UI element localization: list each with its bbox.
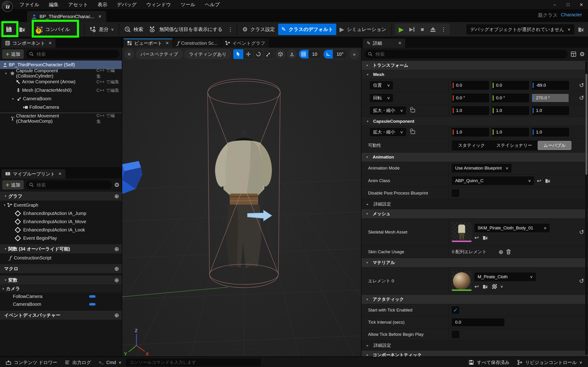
grid-snap-icon[interactable]: [299, 50, 309, 58]
scale-z-field[interactable]: 1.0: [532, 106, 569, 115]
event-row-jump[interactable]: EnhancedInputAction IA_Jump: [0, 209, 122, 217]
actor-tick-advanced-row[interactable]: ▸ 詳細設定: [362, 340, 588, 350]
add-variable-icon[interactable]: ⊕: [114, 277, 119, 283]
add-component-button[interactable]: + 追加: [2, 50, 24, 59]
viewport-options-menu-button[interactable]: ≡: [124, 50, 134, 59]
menu-edit[interactable]: 編集: [44, 0, 63, 9]
simulation-button[interactable]: ▶ シミュレーション: [336, 24, 389, 35]
materials-section-header[interactable]: ▾ マテリアル: [362, 258, 588, 267]
tree-row-charmovement[interactable]: Character Movement (CharMoveComp) C++ で編…: [0, 114, 122, 123]
animation-mode-dropdown[interactable]: Use Animation Blueprint ∨: [452, 164, 511, 173]
capsule-scale-z-field[interactable]: 1.0: [532, 128, 569, 136]
details-search[interactable]: [365, 50, 567, 58]
viewport-more-button[interactable]: »: [350, 50, 359, 59]
add-function-icon[interactable]: ⊕: [114, 246, 119, 252]
components-search[interactable]: [26, 50, 120, 58]
add-array-element-icon[interactable]: ⊕: [499, 249, 503, 255]
cmd-dropdown[interactable]: >_ Cmd ∨: [95, 357, 124, 367]
scale-dropdown[interactable]: 拡大・縮小 ∨: [370, 106, 406, 115]
eventgraph-row[interactable]: ▾ EventGraph: [0, 201, 122, 209]
stop-button[interactable]: ■: [417, 24, 428, 35]
angle-snap-value[interactable]: 10°: [333, 50, 347, 58]
angle-snap-icon[interactable]: [324, 50, 333, 58]
material-thumbnail[interactable]: [452, 271, 472, 291]
menu-help[interactable]: ヘルプ: [200, 0, 225, 9]
location-x-field[interactable]: 0.0: [452, 81, 489, 90]
scale-tool-button[interactable]: [263, 49, 273, 59]
asset-tab-close-icon[interactable]: ✕: [98, 14, 102, 19]
tab-myblueprint[interactable]: マイブループリント ✕: [1, 169, 65, 178]
tab-eventgraph[interactable]: イベントグラフ: [222, 39, 269, 48]
grid-snap-value[interactable]: 10: [309, 50, 321, 58]
chevron-down-icon[interactable]: ∨: [500, 284, 503, 289]
menu-window[interactable]: ウィンドウ: [141, 0, 176, 9]
skeletal-mesh-dropdown[interactable]: SKM_Pirate_Cloth_Body_01 ∨: [474, 224, 550, 232]
save-button[interactable]: [2, 24, 16, 35]
minimize-button[interactable]: –: [548, 0, 561, 9]
browse-to-asset-icon[interactable]: [545, 178, 551, 184]
camera-category-row[interactable]: ▾ カメラ: [0, 285, 122, 292]
menu-file[interactable]: ファイル: [15, 0, 44, 9]
mobility-movable-option[interactable]: ムーバブル: [538, 141, 571, 150]
capsule-scale-x-field[interactable]: 1.0: [452, 128, 489, 136]
play-button[interactable]: ▶: [396, 24, 406, 35]
tree-row-mesh[interactable]: Mesh (CharacterMesh0) C++ で編集: [0, 86, 122, 94]
menu-tools[interactable]: ツール: [176, 0, 200, 9]
dispatchers-section-header[interactable]: イベントディスパッチャー ⊕: [0, 310, 122, 320]
material-dropdown[interactable]: M_Pirate_Cloth ∨: [474, 273, 536, 281]
event-row-beginplay[interactable]: Event BeginPlay: [0, 234, 122, 242]
tab-construction-script[interactable]: ƒ Construction Sc...: [173, 39, 221, 48]
close-icon[interactable]: ✕: [48, 41, 52, 46]
mesh-transform-subheader[interactable]: ▾ Mesh: [362, 70, 588, 79]
find-button[interactable]: 検索: [121, 24, 146, 35]
event-row-look[interactable]: EnhancedInputAction IA_Look: [0, 226, 122, 234]
maximize-button[interactable]: □: [561, 0, 575, 9]
rotate-tool-button[interactable]: [254, 49, 264, 59]
scale-y-field[interactable]: 1.0: [492, 106, 529, 115]
actor-tick-section-header[interactable]: ▾ アクタティック: [362, 294, 588, 304]
mobility-stationary-option[interactable]: ステイショナリー: [491, 141, 537, 150]
details-search-input[interactable]: [375, 51, 564, 57]
add-dispatcher-icon[interactable]: ⊕: [114, 312, 119, 318]
tree-row-followcamera[interactable]: FollowCamera: [0, 103, 122, 111]
skeletal-mesh-thumbnail[interactable]: [452, 222, 472, 242]
browse-asset-button[interactable]: [16, 24, 29, 35]
menu-debug[interactable]: デバッグ: [112, 0, 141, 9]
constructionscript-row[interactable]: ƒ ConstructionScript: [0, 254, 122, 262]
tree-row-arrow[interactable]: Arrow Component (Arrow) C++ で編集: [0, 77, 122, 86]
variable-row-cameraboom[interactable]: CameraBoom: [0, 300, 122, 308]
tab-components[interactable]: C コンポーネント ✕: [1, 39, 56, 48]
menu-view[interactable]: 表示: [93, 0, 112, 9]
animation-section-header[interactable]: ▾ Animation: [362, 152, 588, 162]
save-all-button[interactable]: すべて保存済み: [465, 357, 513, 367]
close-icon[interactable]: ✕: [165, 41, 169, 46]
location-y-field[interactable]: 0.0: [492, 81, 529, 90]
tab-details[interactable]: ✎ 詳細 ✕: [363, 39, 405, 48]
compile-options-dots-icon[interactable]: ⋮: [73, 26, 82, 33]
macros-section-header[interactable]: マクロ ⊕: [0, 264, 122, 273]
select-tool-button[interactable]: [233, 49, 243, 59]
hide-unrelated-button[interactable]: 無関係な項目を非表示にする: [146, 24, 225, 35]
material-instance-icon[interactable]: [492, 284, 497, 289]
caret-down-icon[interactable]: ▾: [3, 71, 9, 75]
capsule-scale-dropdown[interactable]: 拡大・縮小 ∨: [370, 128, 406, 136]
component-tick-section-header[interactable]: ▾ コンポーネントティック: [362, 350, 588, 357]
close-icon[interactable]: ✕: [58, 171, 62, 176]
use-selected-asset-icon[interactable]: ↩: [537, 178, 541, 184]
add-blueprint-item-button[interactable]: + 追加: [2, 180, 24, 190]
tab-viewport[interactable]: ビューポート ✕: [124, 39, 173, 48]
content-drawer-button[interactable]: コンテンツ ドロワー: [3, 357, 61, 367]
browse-to-asset-icon[interactable]: [483, 235, 489, 240]
caret-down-icon[interactable]: ▾: [0, 287, 6, 291]
asset-tab[interactable]: BP_ThirdPersonCharac... ✕: [27, 11, 106, 22]
display-filter-icon[interactable]: [571, 51, 576, 57]
menu-asset[interactable]: アセット: [63, 0, 93, 9]
start-tick-checkbox[interactable]: ✓: [452, 307, 459, 314]
tree-row-capsule[interactable]: ▾ Capsule Component (CollisionCylinder) …: [0, 69, 122, 77]
transform-section-header[interactable]: ▾ トランスフォーム: [362, 60, 588, 70]
perspective-dropdown[interactable]: パースペクティブ: [136, 50, 182, 59]
variable-type-pill[interactable]: [89, 303, 95, 306]
rotation-x-field[interactable]: 0.0 °: [452, 94, 489, 102]
console-command-input-wrap[interactable]: [126, 359, 261, 366]
trash-icon[interactable]: [506, 249, 511, 255]
